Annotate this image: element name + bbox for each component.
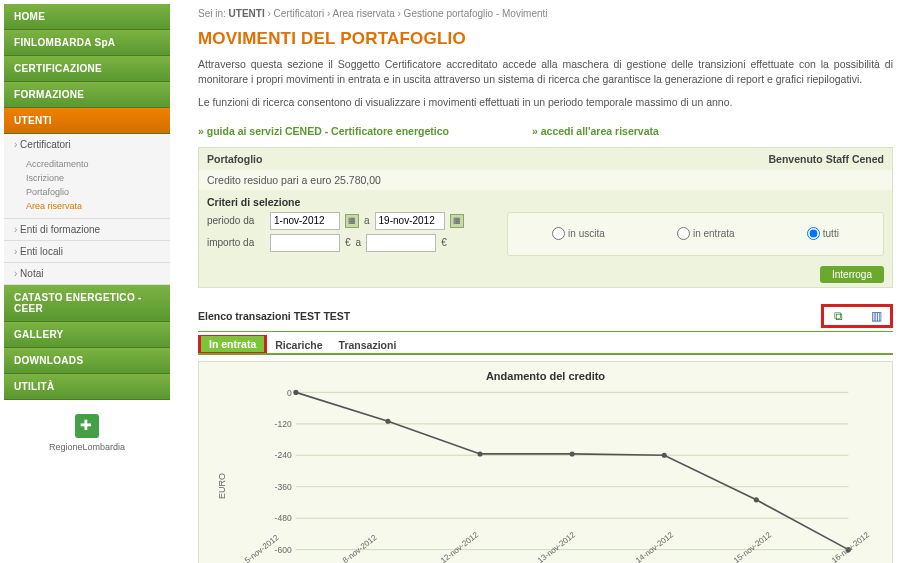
nav-home[interactable]: HOME xyxy=(4,4,170,30)
chart-title: Andamento del credito xyxy=(207,370,884,382)
lbl-importo-da: importo da xyxy=(207,237,265,248)
tab-ricariche[interactable]: Ricariche xyxy=(267,337,330,353)
svg-text:-360: -360 xyxy=(275,482,292,492)
radio-uscita[interactable]: in uscita xyxy=(552,227,605,240)
chart-icon[interactable]: ▥ xyxy=(868,309,884,323)
nav-utilita[interactable]: UTILITÀ xyxy=(4,374,170,400)
nav-catasto[interactable]: CATASTO ENERGETICO - CEER xyxy=(4,285,170,322)
export-excel-icon[interactable]: ⧉ xyxy=(830,309,846,323)
sub-enti-formazione[interactable]: Enti di formazione xyxy=(4,219,170,240)
link-guida[interactable]: guida ai servizi CENED - Certificatore e… xyxy=(198,125,449,137)
nav-certificazione[interactable]: CERTIFICAZIONE xyxy=(4,56,170,82)
nav-downloads[interactable]: DOWNLOADS xyxy=(4,348,170,374)
radio-group: in uscita in entrata tutti xyxy=(507,212,884,256)
breadcrumb: Sei in: UTENTI › Certificatori › Area ri… xyxy=(198,4,893,29)
svg-text:-600: -600 xyxy=(275,544,292,554)
elenco-title: Elenco transazioni TEST TEST xyxy=(198,310,350,322)
input-amount-from[interactable] xyxy=(270,234,340,252)
lbl-a-1: a xyxy=(364,215,370,226)
lbl-periodo-da: periodo da xyxy=(207,215,265,226)
sidebar: HOME FINLOMBARDA SpA CERTIFICAZIONE FORM… xyxy=(4,4,170,563)
sub-certificatori: Certificatori Accreditamento Iscrizione … xyxy=(4,134,170,219)
nav-utenti[interactable]: UTENTI xyxy=(4,108,170,134)
search-panel: Portafoglio Benvenuto Staff Cened Credit… xyxy=(198,147,893,288)
svg-point-13 xyxy=(385,418,390,423)
panel-title: Portafoglio xyxy=(207,153,262,165)
svg-point-14 xyxy=(477,451,482,456)
sub-area-riservata[interactable]: Area riservata xyxy=(26,199,170,213)
tab-in-entrata[interactable]: In entrata xyxy=(201,336,264,352)
sub-accreditamento[interactable]: Accreditamento xyxy=(26,157,170,171)
welcome-text: Benvenuto Staff Cened xyxy=(768,153,884,165)
svg-text:-120: -120 xyxy=(275,419,292,429)
sub-enti-locali[interactable]: Enti locali xyxy=(4,241,170,262)
radio-tutti[interactable]: tutti xyxy=(807,227,839,240)
chart-panel: Andamento del credito EURO 0-120-240-360… xyxy=(198,361,893,563)
y-axis-label: EURO xyxy=(217,473,227,499)
credit-row: Credito residuo pari a euro 25.780,00 xyxy=(199,170,892,190)
nav-formazione[interactable]: FORMAZIONE xyxy=(4,82,170,108)
svg-text:-480: -480 xyxy=(275,513,292,523)
svg-point-17 xyxy=(754,497,759,502)
svg-point-15 xyxy=(570,451,575,456)
line-chart: 0-120-240-360-480-600 xyxy=(239,386,884,556)
sub-parent-certificatori[interactable]: Certificatori xyxy=(4,134,170,155)
main-content: Sei in: UTENTI › Certificatori › Area ri… xyxy=(170,4,899,563)
intro-p2: Le funzioni di ricerca consentono di vis… xyxy=(198,95,893,110)
calendar-icon-to[interactable]: ▦ xyxy=(450,214,464,228)
link-area-riservata[interactable]: accedi all'area riservata xyxy=(532,125,659,137)
svg-point-12 xyxy=(293,389,298,394)
sub-portafoglio[interactable]: Portafoglio xyxy=(26,185,170,199)
criteria-title: Criteri di selezione xyxy=(207,196,884,208)
radio-entrata[interactable]: in entrata xyxy=(677,227,735,240)
page-title: MOVIMENTI DEL PORTAFOGLIO xyxy=(198,29,893,49)
sub-notai[interactable]: Notai xyxy=(4,263,170,284)
logo-regione: RegioneLombardia xyxy=(4,400,170,466)
tab-highlight: In entrata xyxy=(198,335,267,353)
interroga-button[interactable]: Interroga xyxy=(820,266,884,283)
lbl-a-2: a xyxy=(356,237,362,248)
input-date-to[interactable] xyxy=(375,212,445,230)
svg-text:-240: -240 xyxy=(275,450,292,460)
nav-finlombarda[interactable]: FINLOMBARDA SpA xyxy=(4,30,170,56)
tabs: In entrata Ricariche Transazioni xyxy=(198,335,893,355)
calendar-icon-from[interactable]: ▦ xyxy=(345,214,359,228)
tab-transazioni[interactable]: Transazioni xyxy=(331,337,405,353)
input-amount-to[interactable] xyxy=(366,234,436,252)
intro-p1: Attraverso questa sezione il Soggetto Ce… xyxy=(198,57,893,87)
export-icons-highlight: ⧉ ▥ xyxy=(821,304,893,328)
euro-2: € xyxy=(441,237,447,248)
euro-1: € xyxy=(345,237,351,248)
svg-point-16 xyxy=(662,452,667,457)
x-ticks: 5-nov-20128-nov-201212-nov-201213-nov-20… xyxy=(239,558,884,563)
logo-text: RegioneLombardia xyxy=(4,442,170,452)
logo-icon xyxy=(75,414,99,438)
nav-gallery[interactable]: GALLERY xyxy=(4,322,170,348)
svg-text:0: 0 xyxy=(287,387,292,397)
input-date-from[interactable] xyxy=(270,212,340,230)
sub-iscrizione[interactable]: Iscrizione xyxy=(26,171,170,185)
